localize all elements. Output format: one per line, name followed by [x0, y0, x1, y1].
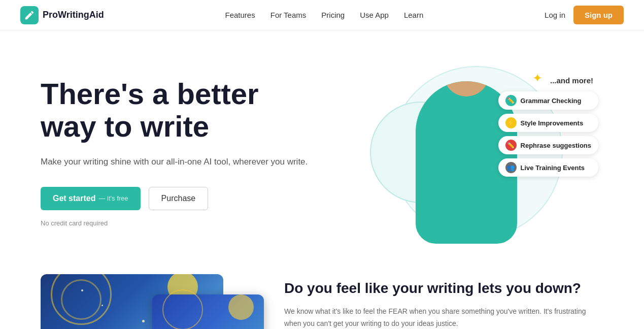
get-started-button[interactable]: Get started — it's free [41, 187, 141, 210]
logo-icon [20, 6, 39, 24]
section2-title: Do you feel like your writing lets you d… [284, 279, 603, 298]
section2-body: We know what it's like to feel the FEAR … [284, 306, 603, 329]
sparkle-icon: ✦ [532, 71, 543, 85]
no-credit-card-note: No credit card required [41, 219, 308, 227]
star-dot-1 [81, 289, 83, 291]
swirl-overlay-2 [228, 294, 254, 320]
star-dot-2 [101, 305, 103, 306]
nav-pricing[interactable]: Pricing [321, 11, 345, 19]
swirl-2 [61, 279, 101, 320]
purchase-button[interactable]: Purchase [149, 187, 209, 210]
more-label: ...and more! [550, 76, 593, 85]
signup-button[interactable]: Sign up [573, 6, 624, 24]
hero-content: There's a better way to write Make your … [41, 78, 308, 227]
section2: My idea in my head Do you feel like your… [0, 264, 644, 329]
hero-section: There's a better way to write Make your … [0, 30, 644, 264]
feature-bubbles: ✏️ Grammar Checking ⚡ Style Improvements… [498, 91, 598, 177]
bubble-style: ⚡ Style Improvements [498, 114, 598, 132]
rephrase-icon: ✏️ [505, 140, 517, 151]
section2-images: My idea in my head [41, 274, 244, 329]
hero-subtitle: Make your writing shine with our all-in-… [41, 155, 308, 169]
login-button[interactable]: Log in [545, 11, 565, 19]
section2-overlay-image [152, 294, 264, 329]
nav-use-app[interactable]: Use App [360, 11, 389, 19]
nav-right: Log in Sign up [545, 6, 624, 24]
style-icon: ⚡ [505, 117, 517, 128]
bubble-training: 👥 Live Training Events [498, 158, 598, 177]
hero-buttons: Get started — it's free Purchase [41, 187, 308, 210]
training-icon: 👥 [505, 162, 517, 173]
bubble-grammar: ✏️ Grammar Checking [498, 91, 598, 110]
nav-for-teams[interactable]: For Teams [270, 11, 307, 19]
logo-text: ProWritingAid [43, 10, 104, 20]
logo[interactable]: ProWritingAid [20, 6, 104, 24]
hero-illustration: ✦ ...and more! ✏️ Grammar Checking ⚡ Sty… [360, 61, 603, 244]
nav-links: Features For Teams Pricing Use App Learn [225, 11, 424, 19]
star-dot-3 [142, 320, 145, 322]
grammar-icon: ✏️ [505, 95, 517, 106]
bubble-rephrase: ✏️ Rephrase suggestions [498, 136, 598, 154]
nav-features[interactable]: Features [225, 11, 255, 19]
person-head [444, 81, 489, 96]
swirl-overlay-1 [162, 289, 203, 329]
navbar: ProWritingAid Features For Teams Pricing… [0, 0, 644, 30]
free-label: — it's free [98, 194, 128, 202]
hero-title: There's a better way to write [41, 78, 308, 143]
nav-learn[interactable]: Learn [404, 11, 423, 19]
section2-text: Do you feel like your writing lets you d… [284, 274, 603, 329]
